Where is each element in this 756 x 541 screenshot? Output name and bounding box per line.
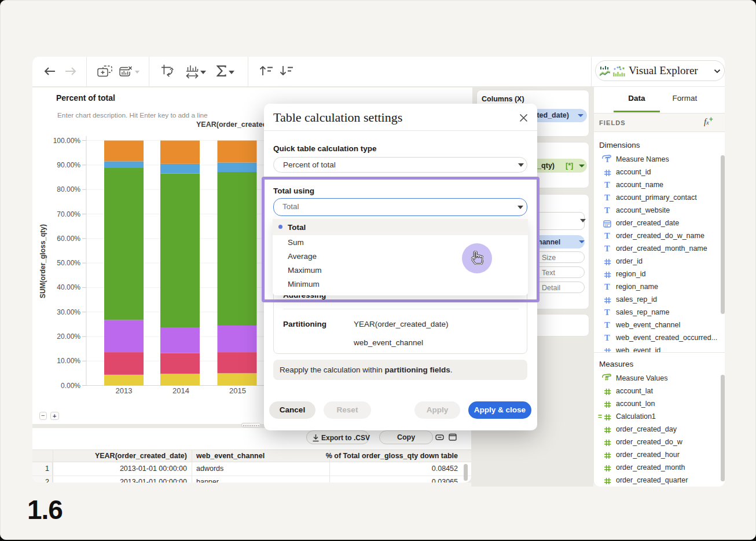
svg-text:10.00%: 10.00% <box>57 357 80 365</box>
svg-text:50.00%: 50.00% <box>57 259 80 267</box>
svg-text:80.00%: 80.00% <box>57 185 80 193</box>
svg-text:60.00%: 60.00% <box>57 235 80 243</box>
svg-text:2013: 2013 <box>116 386 133 395</box>
svg-text:90.00%: 90.00% <box>57 161 80 169</box>
svg-text:30.00%: 30.00% <box>57 308 80 316</box>
svg-text:20.00%: 20.00% <box>57 332 80 341</box>
svg-text:100.00%: 100.00% <box>53 137 81 145</box>
svg-text:SUM(order_gloss_qty): SUM(order_gloss_qty) <box>39 224 47 298</box>
svg-text:70.00%: 70.00% <box>57 210 80 218</box>
svg-text:40.00%: 40.00% <box>57 283 80 291</box>
svg-text:0.00%: 0.00% <box>61 382 80 390</box>
svg-text:2014: 2014 <box>173 386 189 395</box>
svg-text:2015: 2015 <box>229 386 246 395</box>
